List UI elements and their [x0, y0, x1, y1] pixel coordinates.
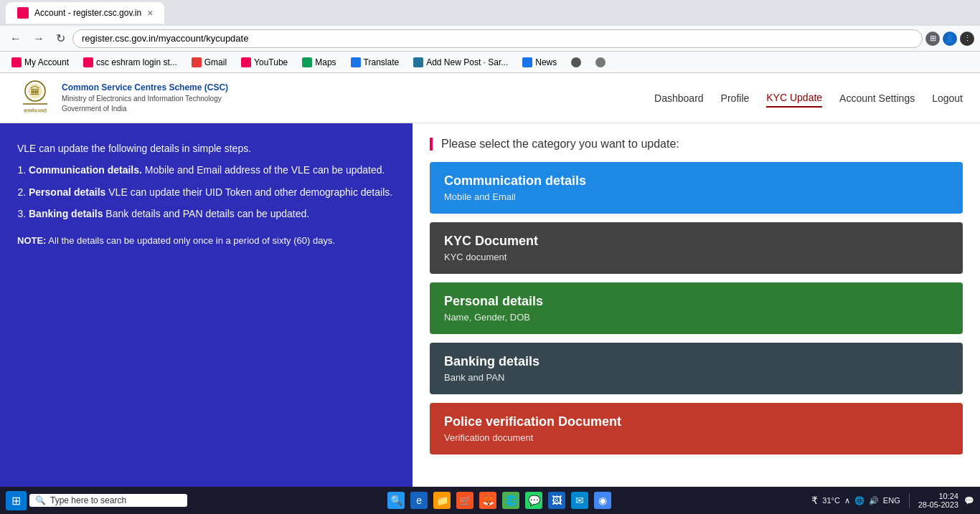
- card-kyc[interactable]: KYC Document KYC document: [430, 222, 963, 274]
- page-header: 🏛 सत्यमेव जयते Common Service Centres Sc…: [0, 73, 980, 123]
- bookmark-add-new-post[interactable]: Add New Post · Sar...: [407, 56, 514, 69]
- list-item-bold: Banking details: [29, 208, 103, 219]
- taskbar-icon-browser2[interactable]: 🌐: [502, 492, 519, 509]
- taskbar: ⊞ 🔍 Type here to search 🔍 e 📁 🛒 🦊 🌐 💬 🖼 …: [0, 487, 980, 514]
- list-item-bold: Personal details: [29, 186, 105, 198]
- intro-text: VLE can update the following details in …: [17, 141, 395, 156]
- bookmark-favicon: [571, 57, 581, 67]
- bookmark-favicon: [351, 57, 361, 67]
- start-button[interactable]: ⊞: [6, 491, 27, 510]
- taskbar-icon-firefox[interactable]: 🦊: [479, 492, 496, 509]
- taskbar-icon-edge[interactable]: e: [410, 492, 428, 509]
- bookmark-favicon: [413, 57, 423, 67]
- govt-text: Government of India: [62, 104, 228, 114]
- note-text: NOTE: All the details can be updated onl…: [17, 234, 395, 249]
- list-item-rest: Bank details and PAN details can be upda…: [105, 208, 309, 219]
- list-item-rest: VLE can update their UID Token and other…: [108, 186, 392, 198]
- tab-favicon: [17, 7, 29, 19]
- network-icon: 🌐: [854, 496, 864, 505]
- nav-account-settings[interactable]: Account Settings: [839, 90, 915, 107]
- card-police-title: Police verification Document: [444, 414, 948, 429]
- svg-text:सत्यमेव जयते: सत्यमेव जयते: [23, 108, 48, 113]
- divider: [909, 493, 910, 508]
- page-content: 🏛 सत्यमेव जयते Common Service Centres Sc…: [0, 73, 980, 487]
- logo-section: 🏛 सत्यमेव जयते Common Service Centres Sc…: [17, 78, 228, 118]
- bookmark-news[interactable]: News: [517, 56, 562, 69]
- nav-icons: ⊞ 👤 ⋮: [925, 32, 974, 46]
- list-item-banking: Banking details Bank details and PAN det…: [29, 206, 395, 222]
- card-communication[interactable]: Communication details Mobile and Email: [430, 162, 963, 214]
- scheme-name: Common Service Centres Scheme (CSC): [62, 82, 228, 94]
- nav-profile[interactable]: Profile: [721, 90, 750, 107]
- taskbar-icon-whatsapp[interactable]: 💬: [525, 492, 542, 509]
- details-list: Communication details. Mobile and Email …: [29, 162, 395, 222]
- bookmark-label: Translate: [364, 57, 400, 67]
- search-placeholder: Type here to search: [50, 495, 126, 505]
- forward-button[interactable]: →: [29, 29, 49, 48]
- rupee-icon: ₹: [811, 495, 818, 506]
- taskbar-icon-photos[interactable]: 🖼: [548, 492, 565, 509]
- bookmark-globe2[interactable]: [590, 56, 611, 69]
- active-tab[interactable]: Account - register.csc.gov.in ×: [6, 2, 164, 24]
- card-communication-title: Communication details: [444, 173, 948, 189]
- search-icon: 🔍: [35, 495, 46, 505]
- taskbar-icon-mail[interactable]: ✉: [571, 492, 588, 509]
- bookmark-maps[interactable]: Maps: [296, 56, 341, 69]
- date-display: 28-05-2023: [918, 500, 958, 509]
- card-police-subtitle: Verification document: [444, 432, 948, 443]
- card-communication-subtitle: Mobile and Email: [444, 191, 948, 202]
- bookmark-label: Add New Post · Sar...: [426, 57, 508, 67]
- system-tray: ₹ 31°C ∧ 🌐 🔊 ENG: [811, 495, 900, 506]
- tab-bar: Account - register.csc.gov.in ×: [0, 0, 980, 26]
- bookmark-label: csc eshram login st...: [96, 57, 177, 67]
- main-layout: VLE can update the following details in …: [0, 123, 980, 487]
- bookmarks-bar: My Account csc eshram login st... Gmail …: [0, 52, 980, 73]
- taskbar-icon-search[interactable]: 🔍: [387, 492, 405, 509]
- card-banking[interactable]: Banking details Bank and PAN: [430, 343, 963, 394]
- taskbar-icon-explorer[interactable]: 📁: [433, 492, 451, 509]
- bookmark-my-account[interactable]: My Account: [6, 56, 75, 69]
- tab-close-button[interactable]: ×: [147, 7, 153, 19]
- bookmark-favicon: [302, 57, 312, 67]
- browser-window: Account - register.csc.gov.in × ← → ↻ ⊞ …: [0, 0, 980, 487]
- notification-icon[interactable]: 💬: [964, 496, 974, 505]
- reload-button[interactable]: ↻: [52, 29, 70, 48]
- list-item-personal: Personal details VLE can update their UI…: [29, 184, 395, 200]
- card-kyc-subtitle: KYC document: [444, 252, 948, 262]
- bookmark-globe[interactable]: [565, 56, 587, 69]
- card-police[interactable]: Police verification Document Verificatio…: [430, 403, 963, 454]
- lang-display: ENG: [883, 496, 900, 505]
- list-item-communication: Communication details. Mobile and Email …: [29, 162, 395, 178]
- nav-kyc-update[interactable]: KYC Update: [766, 89, 822, 108]
- bookmark-gmail[interactable]: Gmail: [186, 56, 232, 69]
- bookmark-csc-eshram[interactable]: csc eshram login st...: [77, 56, 183, 69]
- taskbar-right: ₹ 31°C ∧ 🌐 🔊 ENG 10:24 28-05-2023 💬: [811, 492, 974, 509]
- bookmark-favicon: [11, 57, 22, 67]
- time-display: 10:24: [918, 492, 958, 500]
- bookmark-translate[interactable]: Translate: [345, 56, 405, 69]
- nav-logout[interactable]: Logout: [932, 90, 963, 107]
- card-personal[interactable]: Personal details Name, Gender, DOB: [430, 282, 963, 334]
- svg-text:🏛: 🏛: [30, 85, 40, 97]
- address-bar[interactable]: [72, 29, 923, 48]
- taskbar-icon-store[interactable]: 🛒: [456, 492, 473, 509]
- bookmark-favicon: [83, 57, 93, 67]
- extensions-icon[interactable]: ⊞: [925, 32, 940, 46]
- card-banking-title: Banking details: [444, 354, 948, 369]
- back-button[interactable]: ←: [6, 29, 26, 48]
- ministry-text: Ministry of Electronics and Information …: [62, 94, 228, 104]
- bookmark-youtube[interactable]: YouTube: [235, 56, 293, 69]
- card-personal-title: Personal details: [444, 294, 948, 309]
- note-body: All the details can be updated only once…: [48, 235, 335, 246]
- tab-title: Account - register.csc.gov.in: [34, 8, 141, 18]
- govt-emblem: 🏛 सत्यमेव जयते: [17, 78, 53, 118]
- menu-icon[interactable]: ⋮: [960, 32, 974, 46]
- nav-dashboard[interactable]: Dashboard: [654, 90, 704, 107]
- list-item-bold: Communication details.: [29, 164, 142, 176]
- card-banking-subtitle: Bank and PAN: [444, 372, 948, 383]
- system-tray-icon: ∧: [844, 496, 850, 505]
- taskbar-icon-chrome[interactable]: ◉: [594, 492, 611, 509]
- taskbar-search[interactable]: 🔍 Type here to search: [29, 494, 187, 507]
- left-panel: VLE can update the following details in …: [0, 123, 413, 487]
- profile-icon[interactable]: 👤: [943, 32, 957, 46]
